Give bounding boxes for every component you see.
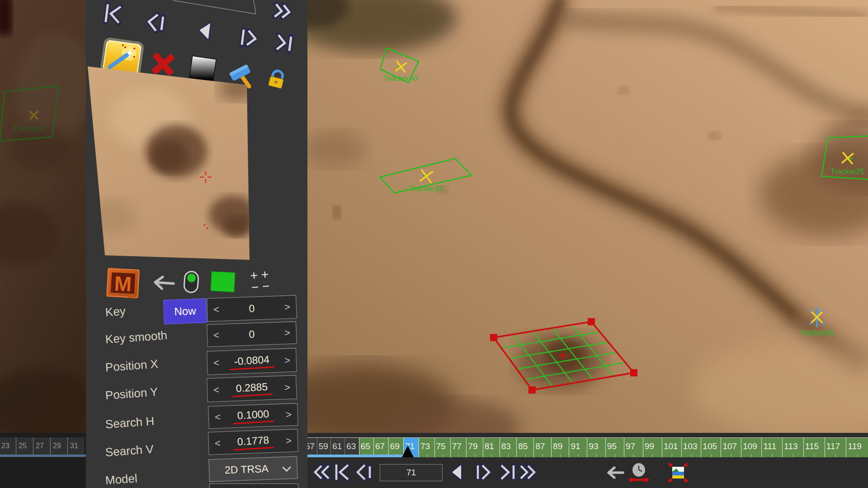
playhead[interactable]: [402, 446, 414, 457]
spin-left[interactable]: <: [213, 385, 220, 395]
mesh-corner-handle[interactable]: [588, 318, 595, 325]
timeline-frame-cell[interactable]: 107: [721, 437, 741, 457]
viewport-image: Tracker40 Tracker20 Tracker25 Tracker56: [307, 0, 868, 433]
timeline-frame-cell[interactable]: 119: [846, 437, 868, 457]
position-x-spinner[interactable]: < -0.0804 >: [207, 348, 297, 375]
model-label: Model: [105, 471, 138, 488]
timeline-frame-cell[interactable]: 111: [761, 437, 782, 457]
play-forward-icon[interactable]: [242, 29, 256, 46]
search-v-value[interactable]: 0.1778: [232, 433, 274, 450]
spin-right[interactable]: >: [286, 436, 292, 446]
tracker-label: Tracker25: [830, 167, 865, 176]
step-forward-icon[interactable]: [501, 465, 514, 479]
timeline-frame-cell[interactable]: 85: [516, 437, 533, 457]
mesh-corner-handle[interactable]: [630, 369, 637, 376]
spin-right[interactable]: >: [284, 302, 291, 312]
back-arrow-icon[interactable]: [609, 468, 623, 478]
timeline-frame-cell[interactable]: 77: [450, 437, 467, 457]
timeline-frame-cell[interactable]: 87: [533, 437, 551, 457]
enable-toggle-icon[interactable]: [184, 271, 198, 293]
jump-first-icon[interactable]: [106, 4, 121, 23]
spin-left[interactable]: <: [215, 438, 221, 448]
m-badge-icon[interactable]: M: [107, 268, 139, 298]
timeline-frame-cell[interactable]: 93: [587, 437, 605, 457]
timeline-frame-cell[interactable]: 73: [419, 437, 434, 457]
timeline-frame-cell[interactable]: 81: [483, 437, 500, 457]
timeline-tracked-range-dim: [0, 455, 86, 457]
spin-left[interactable]: <: [215, 412, 221, 422]
spin-left[interactable]: <: [213, 330, 220, 340]
floating-panel-edge: [173, 0, 256, 14]
delete-tracker-icon[interactable]: [153, 54, 173, 74]
key-smooth-value[interactable]: 0: [249, 328, 255, 340]
play-forward-icon[interactable]: [478, 465, 489, 479]
position-y-spinner[interactable]: < 0.2885 >: [207, 375, 297, 402]
tracker-color-swatch[interactable]: [211, 272, 235, 292]
spin-left[interactable]: <: [213, 305, 220, 314]
key-spinner[interactable]: < 0 >: [207, 295, 297, 322]
play-backward-icon[interactable]: [452, 465, 461, 479]
timeline-tracked-range: [303, 455, 406, 457]
timeline-frame-cell[interactable]: 105: [701, 437, 721, 457]
fast-forward-icon[interactable]: [274, 4, 290, 19]
frame-input[interactable]: 71: [380, 464, 443, 481]
tracker-panel: M + + − − Key Now < 0 > Key smooth < 0 >…: [86, 0, 307, 488]
timeline-frame-cell[interactable]: 89: [551, 437, 569, 457]
timeline-frame-cell[interactable]: 83: [500, 437, 517, 457]
timeline-frame-cell[interactable]: 75: [434, 437, 450, 457]
jump-first-icon[interactable]: [336, 465, 348, 480]
frame-timeline[interactable]: 5759616365676971737577798183858789919395…: [303, 433, 868, 457]
gradient-matte-icon[interactable]: [189, 56, 216, 82]
step-back-icon[interactable]: [358, 465, 370, 479]
tracker-label: Tracker40: [383, 74, 418, 83]
position-x-value[interactable]: -0.0804: [229, 353, 274, 370]
tracker-preview[interactable]: [86, 63, 256, 262]
camera-viewport[interactable]: Tracker40 Tracker20 Tracker25 Tracker56: [307, 0, 868, 433]
back-arrow-icon[interactable]: [155, 277, 174, 290]
step-forward-icon[interactable]: [277, 35, 291, 51]
timeline-frame-cell[interactable]: 115: [803, 437, 825, 457]
tracker-label: Tracker56: [799, 328, 834, 337]
search-h-value[interactable]: 0.1000: [232, 408, 274, 424]
step-back-icon[interactable]: [148, 14, 163, 31]
spin-left[interactable]: <: [213, 358, 220, 368]
fit-image-icon[interactable]: [668, 463, 688, 483]
fast-forward-icon[interactable]: [521, 466, 534, 479]
play-backward-icon[interactable]: [198, 22, 210, 39]
mesh-corner-handle[interactable]: [490, 334, 497, 341]
timeline-frame-cell[interactable]: 101: [662, 437, 681, 457]
timeline-frame-cell[interactable]: 103: [681, 437, 701, 457]
search-h-spinner[interactable]: < 0.1000 >: [208, 403, 298, 429]
transport-bar: 71: [307, 457, 868, 488]
timeline-frame-cell[interactable]: 109: [741, 437, 761, 457]
secondary-viewport-image: Tracker3: [0, 0, 86, 433]
timeline-frame-cell[interactable]: 117: [825, 437, 846, 457]
timeline-frame-cell[interactable]: 95: [605, 437, 624, 457]
timeline-frame-cell[interactable]: 91: [569, 437, 587, 457]
rewind-icon[interactable]: [315, 466, 329, 479]
repair-hammer-icon[interactable]: [228, 62, 252, 86]
svg-text:− −: − −: [251, 279, 270, 294]
spin-right[interactable]: >: [286, 410, 292, 420]
spin-right[interactable]: >: [284, 382, 291, 392]
position-y-value[interactable]: 0.2885: [231, 380, 273, 397]
spin-right[interactable]: >: [284, 355, 291, 365]
chevron-down-icon: [282, 463, 291, 472]
mesh-corner-handle[interactable]: [528, 386, 536, 394]
spin-right[interactable]: >: [284, 328, 291, 338]
timeline-frame-cell[interactable]: 97: [624, 437, 643, 457]
timeline-frame-cell[interactable]: 113: [782, 437, 803, 457]
key-now-button[interactable]: Now: [163, 298, 207, 324]
next-row-spinner-partial[interactable]: [209, 483, 298, 488]
add-remove-keys-icon[interactable]: + + − −: [250, 267, 270, 294]
search-v-spinner[interactable]: < 0.1778 >: [208, 429, 298, 455]
timeline-frame-cell[interactable]: 99: [643, 437, 662, 457]
key-value[interactable]: 0: [249, 302, 255, 314]
model-dropdown[interactable]: 2D TRSA: [208, 456, 298, 482]
retime-clock-icon[interactable]: [628, 463, 650, 483]
key-label: Key: [105, 304, 126, 319]
timeline-dimmed: 2325272931: [0, 433, 86, 457]
timeline-frame-cell[interactable]: 79: [466, 437, 482, 457]
lock-icon[interactable]: [268, 70, 285, 89]
key-smooth-spinner[interactable]: < 0 >: [207, 321, 297, 347]
